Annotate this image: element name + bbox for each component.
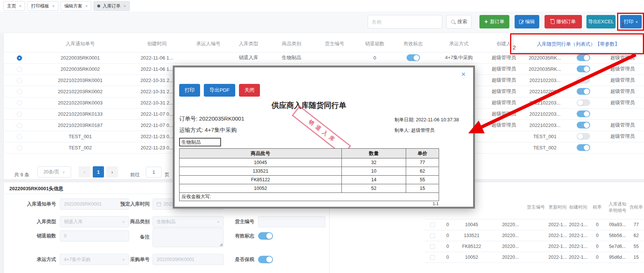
row-radio-button[interactable] [17,67,22,72]
row-toggle-on[interactable] [577,66,590,72]
inbound-type-label: 入库类型 [7,216,56,227]
export-excel-button[interactable]: 导出EXCEL [586,15,616,28]
row-radio-button[interactable] [17,89,22,94]
cell [569,52,597,63]
cell: 0 [354,52,395,63]
row-toggle-on[interactable] [577,88,590,95]
toggle-knob [584,89,589,94]
cell [488,252,496,263]
row-toggle-on[interactable] [577,110,590,117]
row-radio-button[interactable] [17,145,22,151]
row-checkbox[interactable] [430,222,435,227]
tab-active[interactable]: 入库订单× [93,1,129,11]
tab-item[interactable]: 主页× [3,1,25,11]
cell [569,97,597,108]
detail-row[interactable]: 013352120220...2022-1...2022-1...056b56.… [424,230,644,241]
print-dropdown-menu: 入库随货同行单（列表式）【带参数】 [513,36,643,52]
row-toggle-on[interactable] [577,54,590,61]
column-header: 数量 [342,149,406,158]
collapsed-sidebar-strip[interactable] [0,33,4,273]
edit-button[interactable]: 编辑 [515,15,539,28]
row-toggle-on[interactable] [577,122,590,128]
cell [424,230,440,241]
toggle-knob [584,145,589,151]
cell: 0 [440,241,455,252]
row-toggle-off[interactable] [577,133,590,140]
cell [4,63,34,75]
cell [4,97,34,108]
tab-close-icon[interactable]: × [19,4,21,8]
print-button[interactable]: 打印 ∨ [620,15,642,28]
row-checkbox[interactable] [430,233,435,238]
cell: 77 [629,219,644,230]
row-radio-button[interactable] [17,55,22,61]
bonded-toggle[interactable] [258,256,273,263]
row-toggle-on[interactable] [407,54,420,61]
column-header: 税率 [588,196,606,219]
new-order-button[interactable]: + 新订单 [479,15,509,28]
cell: 超级管理员 [487,75,521,86]
column-header: 商品批号 [180,149,342,158]
column-header: 销退箱数 [354,36,395,52]
current-page-button[interactable]: 1 [93,166,104,178]
cell: 超级管理员 [487,119,521,131]
next-page-button[interactable]: › [106,166,118,178]
prev-page-button[interactable]: ‹ [79,166,91,178]
column-header: 入库通知单号 [34,36,126,52]
modal-print-button[interactable]: 打印 [179,84,200,97]
cell: 超级管理员 [597,63,644,75]
cell: 2022102203RK0003 [34,97,126,108]
doc-row[interactable]: 100453277 [180,158,439,167]
valid-flag-toggle[interactable] [258,232,273,240]
print-menu-item[interactable]: 入库随货同行单（列表式）【带参数】 [537,41,620,48]
toggle-knob [584,66,589,72]
toggle-knob [577,100,583,106]
doc-row[interactable]: 100525215 [180,184,439,193]
row-radio-button[interactable] [17,100,22,106]
cell: 2022-11-06 1... [126,52,188,63]
category-label: 商品类别 [108,216,150,227]
tab-label: 打印模板 [31,3,49,9]
search-button[interactable]: 搜索 [446,15,472,28]
detail-row[interactable]: 01004520220...2022-1...2022-1...009a93..… [424,219,644,230]
cell: 32 [342,158,406,167]
planned-time-label: 预定入库时间 [108,198,150,210]
detail-row[interactable]: 0FK8512220220...2022-1...2022-1...05e7d6… [424,241,644,252]
tab-close-icon[interactable]: × [52,4,54,8]
row-toggle-off[interactable] [577,77,590,84]
goto-page-input[interactable] [146,167,162,178]
form-section-title: 20220035RK0001头信息 [9,185,64,192]
order-row[interactable]: 20220035RK00012022-11-06 1...销退入库生物制品04+… [4,52,644,63]
row-toggle-off[interactable] [577,99,590,106]
page-size-select[interactable]: 20条/页 ∨ [37,166,71,178]
cell [4,131,34,142]
modal-close-button[interactable]: 关闭 [239,84,260,97]
carry-mode-label: 承运方式 [7,254,56,265]
tab-item[interactable]: 编辑方案× [61,1,91,11]
doc-row[interactable]: FK851221455 [180,176,439,184]
doc-row[interactable]: 1335211062 [180,167,439,176]
row-radio-button[interactable] [17,112,22,117]
row-radio-button[interactable] [17,123,22,128]
owner-no-label: 货主编号 [209,216,254,227]
cell: 2022-1... [547,241,568,252]
detail-row[interactable]: 01005220220...2022-1...2022-1...095d6d..… [424,252,644,263]
row-toggle-on[interactable] [577,144,590,151]
tab-close-icon[interactable]: × [123,4,126,8]
cancel-order-button[interactable]: 撤销订单 [545,15,582,28]
row-checkbox[interactable] [430,244,435,249]
tab-item[interactable]: 打印模板× [27,1,58,11]
resize-handle-icon[interactable] [219,243,223,246]
modal-export-pdf-button[interactable]: 导出PDF [204,84,235,97]
row-radio-button[interactable] [17,78,22,83]
cell: 0 [440,252,455,263]
row-radio-button[interactable] [17,134,22,139]
cell: 10052 [180,184,342,193]
cell [424,241,440,252]
close-icon[interactable]: × [461,70,466,78]
row-checkbox[interactable] [430,255,435,260]
tab-label: 编辑方案 [64,3,82,9]
calendar-icon [157,202,161,206]
search-input[interactable] [368,15,442,28]
tab-close-icon[interactable]: × [85,4,88,8]
